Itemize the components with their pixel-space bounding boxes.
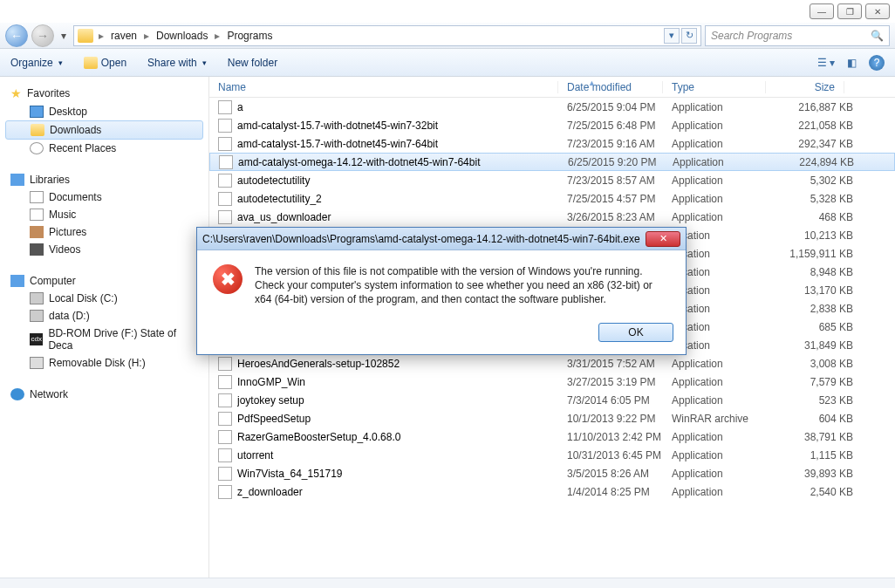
file-row[interactable]: z_downloader1/4/2014 8:25 PMApplication2… [209,482,895,501]
sidebar-libraries-label: Libraries [30,174,70,186]
share-with-button[interactable]: Share with [147,57,207,69]
file-row[interactable]: utorrent10/31/2013 6:45 PMApplication1,1… [209,446,895,464]
file-size: 224,894 KB [775,156,854,168]
folder-icon [31,124,44,136]
sidebar-item-desktop[interactable]: Desktop [5,103,203,120]
new-folder-button[interactable]: New folder [228,57,277,69]
sidebar-item-label: Downloads [50,124,101,136]
file-row[interactable]: ava_us_downloader3/26/2015 8:23 AMApplic… [209,208,895,226]
open-button[interactable]: Open [84,57,126,69]
sidebar-item-label: Documents [49,191,102,203]
sidebar-libraries-header[interactable]: Libraries [5,171,203,188]
pic-icon [30,226,44,238]
file-name: InnoGMP_Win [237,376,567,388]
file-size: 10,213 KB [775,229,853,242]
file-row[interactable]: a6/25/2015 9:04 PMApplication216,887 KB [209,98,895,116]
sidebar-computer-header[interactable]: Computer [5,272,203,290]
column-type[interactable]: Type [663,81,766,93]
file-row[interactable]: PdfSpeedSetup10/1/2013 9:22 PMWinRAR arc… [209,409,895,427]
breadcrumb-item[interactable]: Downloads [154,30,209,42]
dialog-ok-button[interactable]: OK [598,323,673,342]
view-options-button[interactable]: ☰ ▾ [817,57,835,69]
sidebar-item-videos[interactable]: Videos [5,241,203,258]
sidebar-item-downloads[interactable]: Downloads [5,120,203,140]
file-row[interactable]: joytokey setup7/3/2014 6:05 PMApplicatio… [209,391,895,409]
sidebar-item-recent-places[interactable]: Recent Places [5,140,203,157]
file-date: 1/4/2014 8:25 PM [567,486,672,498]
file-date: 7/3/2014 6:05 PM [567,394,672,407]
star-icon: ★ [10,86,22,100]
sidebar-favorites-header[interactable]: ★Favorites [5,84,203,103]
file-icon [218,174,232,188]
breadcrumb-item[interactable]: Programs [225,30,274,42]
file-icon [218,448,232,462]
file-icon [218,192,232,206]
sidebar-item-label: Music [49,209,76,221]
file-size: 3,008 KB [775,358,853,370]
disk-icon [30,292,44,304]
file-name: z_downloader [237,486,567,498]
file-name: amd-catalyst-15.7-with-dotnet45-win7-32b… [237,120,567,132]
nav-bar: ← → ▾ ▸ raven ▸ Downloads ▸ Programs ▾ ↻… [0,23,895,49]
sidebar-item-label: Recent Places [49,142,116,154]
sidebar-item-data-d-[interactable]: data (D:) [5,307,203,325]
file-type: Application [672,211,775,223]
preview-pane-button[interactable]: ◧ [847,57,857,69]
file-type: Application [672,376,775,388]
file-row[interactable]: RazerGameBoosterSetup_4.0.68.011/10/2013… [209,427,895,446]
maximize-button[interactable]: ❐ [837,3,862,19]
sidebar-item-documents[interactable]: Documents [5,188,203,206]
close-button[interactable]: ✕ [865,3,890,19]
file-row[interactable]: autodetectutility7/23/2015 8:57 AMApplic… [209,171,895,189]
sidebar-item-music[interactable]: Music [5,206,203,223]
refresh-button[interactable]: ↻ [681,28,697,44]
sidebar-item-label: Pictures [49,226,86,238]
music-icon [30,209,44,221]
breadcrumb-item[interactable]: raven [109,30,139,42]
open-label: Open [101,57,126,69]
file-row[interactable]: amd-catalyst-15.7-with-dotnet45-win7-64b… [209,134,895,153]
usb-icon [30,357,44,369]
toolbar: Organize Open Share with New folder ☰ ▾ … [0,49,895,77]
file-row[interactable]: HeroesAndGenerals-setup-1028523/31/2015 … [209,354,895,373]
search-input[interactable]: Search Programs 🔍 [705,25,890,46]
minimize-button[interactable]: — [810,3,834,19]
sidebar-item-bd-rom-drive-f-state-of-deca[interactable]: cdxBD-ROM Drive (F:) State of Deca [5,325,203,354]
dialog-close-button[interactable]: ✕ [646,231,680,247]
file-icon [218,137,232,151]
back-button[interactable]: ← [5,24,28,47]
addr-dropdown-button[interactable]: ▾ [664,28,680,44]
nav-history-dropdown[interactable]: ▾ [58,30,70,42]
file-name: joytokey setup [237,394,567,407]
file-date: 10/31/2013 6:45 PM [567,449,672,462]
file-type: Application [673,156,775,168]
column-name[interactable]: Name [209,81,558,93]
column-date[interactable]: Date modified [558,81,663,93]
column-size[interactable]: Size [766,81,844,93]
sidebar-item-removable-disk-h-[interactable]: Removable Disk (H:) [5,354,203,372]
file-row[interactable]: Win7Vista_64_1517193/5/2015 8:26 AMAppli… [209,464,895,482]
file-row[interactable]: autodetectutility_27/25/2015 4:57 PMAppl… [209,189,895,208]
file-size: 1,159,911 KB [775,248,853,260]
dialog-message: The version of this file is not compatib… [255,264,670,307]
sidebar-item-pictures[interactable]: Pictures [5,223,203,241]
sidebar-item-local-disk-c-[interactable]: Local Disk (C:) [5,290,203,307]
address-bar[interactable]: ▸ raven ▸ Downloads ▸ Programs ▾ ↻ [73,25,701,46]
forward-button[interactable]: → [31,24,54,47]
dialog-titlebar[interactable]: C:\Users\raven\Downloads\Programs\amd-ca… [197,228,686,250]
file-size: 2,540 KB [775,486,853,498]
file-date: 6/25/2015 9:04 PM [567,101,672,113]
organize-button[interactable]: Organize [10,57,63,69]
column-headers: Name Date modified Type Size [209,77,895,98]
file-row[interactable]: InnoGMP_Win3/27/2015 3:19 PMApplication7… [209,373,895,391]
file-date: 7/25/2015 6:48 PM [567,120,672,132]
sidebar-network-label: Network [30,388,68,400]
file-row[interactable]: amd-catalyst-omega-14.12-with-dotnet45-w… [209,153,895,171]
file-type: Application [672,394,775,407]
sidebar-network-header[interactable]: Network [5,386,203,403]
file-type: plication [672,284,775,297]
file-name: Win7Vista_64_151719 [237,468,567,480]
help-button[interactable]: ? [869,55,885,71]
file-date: 7/23/2015 9:16 AM [567,138,672,150]
file-row[interactable]: amd-catalyst-15.7-with-dotnet45-win7-32b… [209,116,895,134]
